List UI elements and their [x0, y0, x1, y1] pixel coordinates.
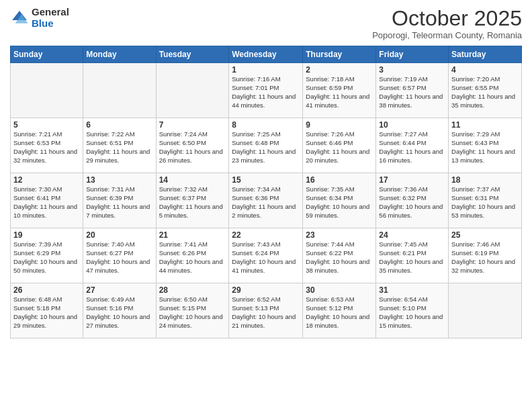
logo-blue: Blue: [32, 18, 69, 30]
day-info: Sunrise: 6:49 AM Sunset: 5:16 PM Dayligh…: [86, 295, 152, 330]
calendar-cell: 21Sunrise: 7:41 AM Sunset: 6:26 PM Dayli…: [156, 228, 229, 283]
day-number: 30: [306, 285, 373, 295]
calendar-cell: 19Sunrise: 7:39 AM Sunset: 6:29 PM Dayli…: [11, 228, 83, 283]
col-sunday: Sunday: [11, 46, 83, 63]
calendar-cell: 2Sunrise: 7:18 AM Sunset: 6:59 PM Daylig…: [303, 63, 376, 118]
day-number: 5: [13, 120, 80, 130]
day-info: Sunrise: 7:30 AM Sunset: 6:41 PM Dayligh…: [13, 185, 80, 220]
day-number: 15: [232, 175, 300, 185]
day-number: 25: [451, 230, 519, 240]
day-info: Sunrise: 7:44 AM Sunset: 6:22 PM Dayligh…: [306, 240, 373, 275]
calendar-cell: 31Sunrise: 6:54 AM Sunset: 5:10 PM Dayli…: [376, 283, 449, 338]
calendar-header-row: Sunday Monday Tuesday Wednesday Thursday…: [11, 46, 522, 63]
day-number: 29: [232, 285, 300, 295]
day-info: Sunrise: 7:43 AM Sunset: 6:24 PM Dayligh…: [232, 240, 300, 275]
calendar-cell: 28Sunrise: 6:50 AM Sunset: 5:15 PM Dayli…: [156, 283, 229, 338]
day-info: Sunrise: 6:52 AM Sunset: 5:13 PM Dayligh…: [232, 295, 300, 330]
day-number: 14: [159, 175, 226, 185]
day-number: 11: [451, 120, 519, 130]
day-number: 18: [451, 175, 519, 185]
title-section: October 2025 Poporogi, Teleorman County,…: [372, 7, 522, 40]
month-title: October 2025: [372, 7, 522, 30]
calendar-table: Sunday Monday Tuesday Wednesday Thursday…: [10, 46, 522, 338]
calendar-cell: 14Sunrise: 7:32 AM Sunset: 6:37 PM Dayli…: [156, 173, 229, 228]
calendar-cell: 22Sunrise: 7:43 AM Sunset: 6:24 PM Dayli…: [229, 228, 303, 283]
day-number: 2: [306, 65, 373, 75]
calendar-week-row: 12Sunrise: 7:30 AM Sunset: 6:41 PM Dayli…: [11, 173, 522, 228]
calendar-cell: [449, 283, 522, 338]
logo-general: General: [32, 7, 69, 18]
page-header: General Blue October 2025 Poporogi, Tele…: [10, 7, 522, 40]
day-number: 17: [379, 175, 445, 185]
calendar-cell: 13Sunrise: 7:31 AM Sunset: 6:39 PM Dayli…: [83, 173, 156, 228]
day-info: Sunrise: 7:16 AM Sunset: 7:01 PM Dayligh…: [232, 75, 300, 109]
col-tuesday: Tuesday: [156, 46, 229, 63]
col-monday: Monday: [83, 46, 156, 63]
col-saturday: Saturday: [449, 46, 522, 63]
logo-text: General Blue: [32, 7, 69, 29]
calendar-week-row: 5Sunrise: 7:21 AM Sunset: 6:53 PM Daylig…: [11, 118, 522, 173]
day-info: Sunrise: 7:27 AM Sunset: 6:44 PM Dayligh…: [379, 130, 445, 165]
day-number: 12: [13, 175, 80, 185]
day-info: Sunrise: 7:34 AM Sunset: 6:36 PM Dayligh…: [232, 185, 300, 220]
day-info: Sunrise: 7:29 AM Sunset: 6:43 PM Dayligh…: [451, 130, 519, 165]
day-info: Sunrise: 7:37 AM Sunset: 6:31 PM Dayligh…: [451, 185, 519, 220]
logo-icon: [10, 9, 29, 28]
day-info: Sunrise: 7:45 AM Sunset: 6:21 PM Dayligh…: [379, 240, 445, 275]
day-info: Sunrise: 7:20 AM Sunset: 6:55 PM Dayligh…: [451, 75, 519, 109]
day-info: Sunrise: 7:32 AM Sunset: 6:37 PM Dayligh…: [159, 185, 226, 220]
day-info: Sunrise: 7:25 AM Sunset: 6:48 PM Dayligh…: [232, 130, 300, 165]
col-thursday: Thursday: [303, 46, 376, 63]
calendar-cell: 6Sunrise: 7:22 AM Sunset: 6:51 PM Daylig…: [83, 118, 156, 173]
day-info: Sunrise: 7:21 AM Sunset: 6:53 PM Dayligh…: [13, 130, 80, 165]
day-info: Sunrise: 7:19 AM Sunset: 6:57 PM Dayligh…: [379, 75, 445, 109]
day-number: 3: [379, 65, 445, 75]
day-info: Sunrise: 7:39 AM Sunset: 6:29 PM Dayligh…: [13, 240, 80, 275]
logo: General Blue: [10, 7, 69, 29]
calendar-cell: 16Sunrise: 7:35 AM Sunset: 6:34 PM Dayli…: [303, 173, 376, 228]
day-info: Sunrise: 6:48 AM Sunset: 5:18 PM Dayligh…: [13, 295, 80, 330]
day-info: Sunrise: 7:35 AM Sunset: 6:34 PM Dayligh…: [306, 185, 373, 220]
location-subtitle: Poporogi, Teleorman County, Romania: [372, 30, 522, 40]
calendar-cell: 1Sunrise: 7:16 AM Sunset: 7:01 PM Daylig…: [229, 63, 303, 118]
day-number: 27: [86, 285, 152, 295]
calendar-cell: 10Sunrise: 7:27 AM Sunset: 6:44 PM Dayli…: [376, 118, 449, 173]
calendar-cell: 23Sunrise: 7:44 AM Sunset: 6:22 PM Dayli…: [303, 228, 376, 283]
calendar-cell: 26Sunrise: 6:48 AM Sunset: 5:18 PM Dayli…: [11, 283, 83, 338]
day-info: Sunrise: 7:36 AM Sunset: 6:32 PM Dayligh…: [379, 185, 445, 220]
calendar-cell: [83, 63, 156, 118]
calendar-cell: 3Sunrise: 7:19 AM Sunset: 6:57 PM Daylig…: [376, 63, 449, 118]
day-number: 31: [379, 285, 445, 295]
day-info: Sunrise: 7:40 AM Sunset: 6:27 PM Dayligh…: [86, 240, 152, 275]
calendar-cell: 11Sunrise: 7:29 AM Sunset: 6:43 PM Dayli…: [449, 118, 522, 173]
calendar-cell: 8Sunrise: 7:25 AM Sunset: 6:48 PM Daylig…: [229, 118, 303, 173]
calendar-cell: 17Sunrise: 7:36 AM Sunset: 6:32 PM Dayli…: [376, 173, 449, 228]
day-info: Sunrise: 7:41 AM Sunset: 6:26 PM Dayligh…: [159, 240, 226, 275]
calendar-cell: 20Sunrise: 7:40 AM Sunset: 6:27 PM Dayli…: [83, 228, 156, 283]
calendar-cell: 25Sunrise: 7:46 AM Sunset: 6:19 PM Dayli…: [449, 228, 522, 283]
day-number: 8: [232, 120, 300, 130]
day-number: 4: [451, 65, 519, 75]
col-wednesday: Wednesday: [229, 46, 303, 63]
day-info: Sunrise: 7:22 AM Sunset: 6:51 PM Dayligh…: [86, 130, 152, 165]
calendar-week-row: 1Sunrise: 7:16 AM Sunset: 7:01 PM Daylig…: [11, 63, 522, 118]
day-info: Sunrise: 6:53 AM Sunset: 5:12 PM Dayligh…: [306, 295, 373, 330]
calendar-cell: [11, 63, 83, 118]
day-number: 24: [379, 230, 445, 240]
day-number: 22: [232, 230, 300, 240]
calendar-cell: [156, 63, 229, 118]
calendar-cell: 12Sunrise: 7:30 AM Sunset: 6:41 PM Dayli…: [11, 173, 83, 228]
calendar-cell: 9Sunrise: 7:26 AM Sunset: 6:46 PM Daylig…: [303, 118, 376, 173]
calendar-cell: 18Sunrise: 7:37 AM Sunset: 6:31 PM Dayli…: [449, 173, 522, 228]
day-number: 1: [232, 65, 300, 75]
col-friday: Friday: [376, 46, 449, 63]
day-info: Sunrise: 7:24 AM Sunset: 6:50 PM Dayligh…: [159, 130, 226, 165]
day-number: 19: [13, 230, 80, 240]
day-number: 28: [159, 285, 226, 295]
day-number: 10: [379, 120, 445, 130]
calendar-cell: 15Sunrise: 7:34 AM Sunset: 6:36 PM Dayli…: [229, 173, 303, 228]
day-info: Sunrise: 6:50 AM Sunset: 5:15 PM Dayligh…: [159, 295, 226, 330]
day-info: Sunrise: 6:54 AM Sunset: 5:10 PM Dayligh…: [379, 295, 445, 330]
day-info: Sunrise: 7:18 AM Sunset: 6:59 PM Dayligh…: [306, 75, 373, 109]
day-number: 20: [86, 230, 152, 240]
